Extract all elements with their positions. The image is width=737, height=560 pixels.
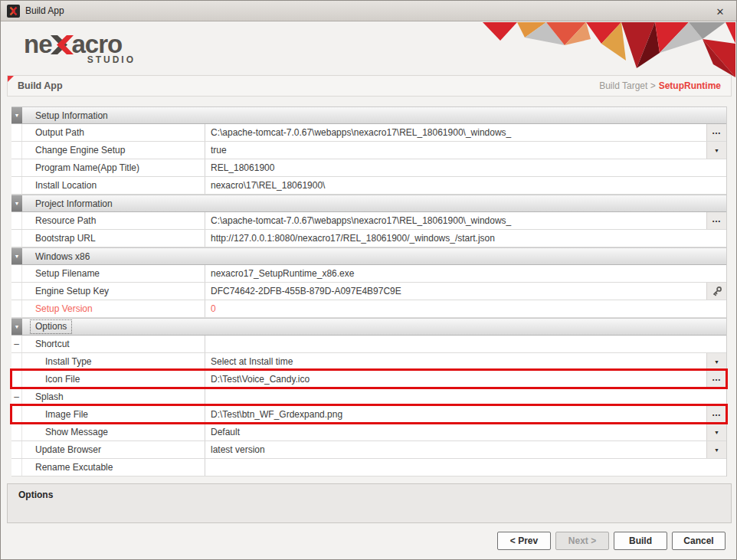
property-value[interactable]: nexacro\17\REL_18061900\ <box>211 180 726 191</box>
property-value[interactable]: Select at Install time <box>211 356 706 367</box>
collapse-button[interactable]: ▼ <box>11 195 22 211</box>
property-label: Options <box>30 319 72 334</box>
logo-text-left: ne <box>24 33 52 56</box>
property-value[interactable]: true <box>211 145 706 156</box>
property-label-cell: Bootstrap URL <box>22 230 205 247</box>
property-value-cell: D:\Test\btn_WF_Grdexpand.png… <box>205 406 726 423</box>
group-row-splash[interactable]: –Splash <box>11 388 726 406</box>
property-row-resource-path: Resource PathC:\apache-tomcat-7.0.67\web… <box>11 212 726 230</box>
browse-ellipsis-button[interactable]: … <box>706 212 726 229</box>
collapse-button[interactable]: ▼ <box>11 107 22 123</box>
browse-ellipsis-button[interactable]: … <box>706 406 726 423</box>
footer-button-bar: < PrevNext >BuildCancel <box>497 532 726 550</box>
property-label: Splash <box>35 391 64 402</box>
property-row-icon-file: Icon FileD:\Test\Voice_Candy.ico… <box>11 371 726 388</box>
section-header-windows-x86[interactable]: ▼Windows x86 <box>11 247 726 265</box>
row-gutter <box>11 424 22 440</box>
property-label-cell: Install Type <box>22 353 205 370</box>
logo-text-right: acro <box>72 33 123 56</box>
property-row-show-message: Show MessageDefault▼ <box>11 424 726 441</box>
row-gutter <box>11 300 22 317</box>
cancel-button[interactable]: Cancel <box>672 532 726 550</box>
next-button[interactable]: Next > <box>555 532 609 550</box>
window-title: Build App <box>25 5 64 16</box>
collapse-minus-button[interactable]: – <box>11 388 22 405</box>
property-label-cell: Program Name(App Title) <box>22 159 205 176</box>
section-header-project-information[interactable]: ▼Project Information <box>11 195 726 212</box>
description-panel: Options <box>7 483 732 523</box>
breadcrumb-prefix: Build Target > <box>599 80 656 91</box>
property-row-setup-version: Setup Version0 <box>11 300 726 318</box>
property-label: Output Path <box>35 127 84 138</box>
property-value[interactable]: nexacro17_SetupRuntime_x86.exe <box>211 268 726 279</box>
property-label: Image File <box>45 409 88 420</box>
property-value-cell: REL_18061900 <box>205 159 726 176</box>
property-label: Resource Path <box>35 215 96 226</box>
chevron-down-icon: ▼ <box>714 430 719 435</box>
dropdown-button[interactable]: ▼ <box>706 353 726 370</box>
title-bar[interactable]: Build App ✕ <box>1 1 736 21</box>
page-header: Build App Build Target >SetupRuntime <box>7 75 732 97</box>
property-value[interactable]: REL_18061900 <box>211 162 726 173</box>
property-label: Install Location <box>35 180 97 191</box>
property-label-cell: Icon File <box>22 371 205 388</box>
property-row-install-type: Install TypeSelect at Install time▼ <box>11 353 726 371</box>
property-label-cell: Splash <box>22 388 205 405</box>
property-value-cell: nexacro\17\REL_18061900\ <box>205 177 726 194</box>
row-gutter <box>11 371 22 388</box>
key-button[interactable] <box>706 283 726 300</box>
section-header-options[interactable]: ▼Options <box>11 318 726 336</box>
property-label: Engine Setup Key <box>35 286 109 296</box>
build-app-dialog: Build App ✕ ne acro STUDIO Bu <box>0 0 737 560</box>
prev-button[interactable]: < Prev <box>497 532 551 550</box>
collapse-button[interactable]: ▼ <box>11 248 22 264</box>
nexacro-app-icon <box>7 5 20 18</box>
close-icon[interactable]: ✕ <box>713 5 727 18</box>
property-value-cell: http://127.0.0.1:8080/nexacro17/REL_1806… <box>205 230 726 247</box>
key-icon <box>712 286 722 296</box>
page-title: Build App <box>18 80 63 91</box>
property-label: Program Name(App Title) <box>35 162 139 173</box>
property-label: Windows x86 <box>35 251 90 262</box>
property-label: Shortcut <box>35 339 70 349</box>
property-value-cell: nexacro17_SetupRuntime_x86.exe <box>205 265 726 282</box>
property-label-cell: Change Engine Setup <box>22 142 205 159</box>
property-value[interactable]: 0 <box>211 303 726 314</box>
property-value[interactable]: C:\apache-tomcat-7.0.67\webapps\nexacro1… <box>211 127 706 138</box>
property-grid: ▼Setup InformationOutput PathC:\apache-t… <box>11 106 727 476</box>
property-value-cell: Default▼ <box>205 424 726 440</box>
property-label: Project Information <box>35 198 113 209</box>
browse-ellipsis-button[interactable]: … <box>706 371 726 388</box>
property-value[interactable]: DFC74642-2DFB-455B-879D-A097E4B97C9E <box>211 286 706 296</box>
collapse-minus-button[interactable]: – <box>11 336 22 352</box>
property-value[interactable]: C:\apache-tomcat-7.0.67\webapps\nexacro1… <box>211 215 706 226</box>
property-value-cell: DFC74642-2DFB-455B-879D-A097E4B97C9E <box>205 283 726 300</box>
property-value[interactable]: D:\Test\btn_WF_Grdexpand.png <box>211 409 706 420</box>
chevron-down-icon: ▼ <box>15 254 20 259</box>
group-row-shortcut[interactable]: –Shortcut <box>11 336 726 353</box>
ellipsis-icon: … <box>712 411 722 415</box>
row-gutter <box>11 265 22 282</box>
property-value[interactable]: latest version <box>211 444 706 455</box>
property-label-cell: Setup Version <box>22 300 205 317</box>
property-label-cell: Image File <box>22 406 205 423</box>
section-header-setup-information[interactable]: ▼Setup Information <box>11 106 726 124</box>
dropdown-button[interactable]: ▼ <box>706 142 726 159</box>
property-value-cell: true▼ <box>205 142 726 159</box>
property-label-cell: Windows x86 <box>22 248 726 264</box>
x-logo-icon <box>8 6 18 16</box>
dropdown-button[interactable]: ▼ <box>706 441 726 458</box>
collapse-button[interactable]: ▼ <box>11 319 22 335</box>
build-button[interactable]: Build <box>614 532 667 550</box>
property-value[interactable]: D:\Test\Voice_Candy.ico <box>211 374 706 385</box>
row-gutter <box>11 459 22 476</box>
property-row-bootstrap-url: Bootstrap URLhttp://127.0.0.1:8080/nexac… <box>11 230 726 247</box>
property-row-setup-filename: Setup Filenamenexacro17_SetupRuntime_x86… <box>11 265 726 283</box>
property-label: Update Browser <box>35 444 101 455</box>
dropdown-button[interactable]: ▼ <box>706 424 726 440</box>
browse-ellipsis-button[interactable]: … <box>706 124 726 141</box>
property-value[interactable]: Default <box>211 427 706 437</box>
property-label-cell: Engine Setup Key <box>22 283 205 300</box>
property-value[interactable]: http://127.0.0.1:8080/nexacro17/REL_1806… <box>211 233 726 244</box>
property-value-cell: C:\apache-tomcat-7.0.67\webapps\nexacro1… <box>205 212 726 229</box>
